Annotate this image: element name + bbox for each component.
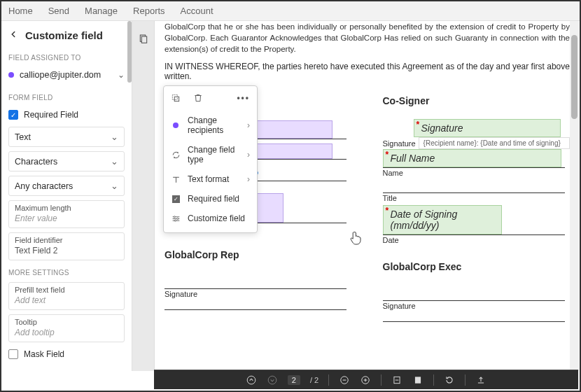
field-context-menu: ••• Change recipients › Change field typ… (163, 85, 258, 233)
fit-width-icon[interactable] (391, 374, 402, 386)
field-identifier-value: Text Field 2 (15, 246, 118, 255)
date-field-right[interactable]: * Date of Signing (mm/dd/yy) (383, 205, 502, 234)
upload-icon[interactable] (475, 374, 486, 386)
menu-customize-field[interactable]: Customize field (164, 209, 257, 228)
chevron-down-icon: ⌄ (111, 132, 118, 142)
zoom-out-icon[interactable] (339, 374, 350, 386)
section-assigned-to: FIELD ASSIGNED TO (8, 54, 125, 62)
name-label-right: Name (383, 169, 570, 177)
chevron-down-icon: ⌄ (111, 181, 118, 191)
bottom-toolbar: 2 / 2 (154, 370, 578, 389)
chevron-right-icon: › (247, 120, 250, 130)
sidebar-scrollbar[interactable] (127, 21, 132, 83)
nav-home[interactable]: Home (8, 6, 33, 16)
page-down-icon[interactable] (267, 374, 278, 386)
back-chevron-icon[interactable] (8, 29, 18, 41)
svg-point-7 (247, 376, 255, 384)
date-label-right: Date (383, 236, 570, 244)
exec-signature-label: Signature (383, 302, 570, 310)
max-length-input[interactable]: Maximum length Enter value (8, 200, 125, 228)
document-pane: GlobalCorp that he or she has been indiv… (155, 21, 580, 371)
menu-text-format[interactable]: Text format › (164, 169, 257, 189)
sidebar: Customize field FIELD ASSIGNED TO callio… (1, 21, 132, 371)
menu-required-field[interactable]: ✓ Required field (164, 189, 257, 209)
text-format-icon (171, 175, 181, 184)
menu-change-recipients[interactable]: Change recipients › (164, 111, 257, 140)
chevron-right-icon: › (247, 150, 250, 160)
sig-field-text-right: Signature (421, 122, 463, 134)
field-type-select[interactable]: Text ⌄ (8, 127, 125, 147)
required-field-checkbox[interactable]: ✓ Required Field (8, 107, 125, 122)
fit-page-icon[interactable] (412, 374, 424, 386)
prefill-text-input[interactable]: Prefill text field Add text (8, 282, 125, 310)
tooltip-label: Tooltip (15, 318, 118, 326)
doc-rail (132, 21, 155, 371)
menu-label: Customize field (188, 214, 250, 223)
recipient-dot-icon (171, 122, 181, 128)
max-length-label: Maximum length (15, 204, 118, 212)
menu-label: Change field type (188, 145, 240, 164)
svg-rect-1 (141, 36, 146, 43)
chevron-down-icon: ⌄ (111, 156, 118, 167)
nav-manage[interactable]: Manage (85, 6, 118, 16)
any-characters-value: Any characters (15, 181, 73, 191)
section-more-settings: MORE SETTINGS (8, 269, 125, 276)
svg-rect-3 (174, 97, 178, 101)
exec-header: GlobalCorp Exec (383, 261, 570, 272)
page-current[interactable]: 2 (288, 375, 300, 385)
assignee-dropdown[interactable]: calliope@jupiter.dom ⌄ (8, 67, 125, 90)
svg-rect-12 (415, 377, 421, 383)
signature-field-right[interactable]: * Signature (414, 119, 561, 137)
max-length-placeholder: Enter value (15, 214, 118, 223)
characters-value: Characters (15, 157, 57, 167)
mask-field-checkbox[interactable]: Mask Field (8, 346, 125, 362)
name-field-right[interactable]: * Full Name (383, 149, 561, 167)
doc-witness: IN WITNESS WHEREOF, the parties hereto h… (164, 62, 570, 81)
tooltip-placeholder: Add tooltip (15, 328, 118, 337)
tooltip-input[interactable]: Tooltip Add tooltip (8, 314, 125, 342)
prefill-label: Prefill text field (15, 286, 118, 294)
nav-account[interactable]: Account (181, 6, 214, 16)
chevron-down-icon: ⌄ (118, 70, 125, 80)
chevron-right-icon: › (247, 174, 250, 184)
doc-paragraph: GlobalCorp that he or she has been indiv… (164, 21, 570, 55)
top-nav: Home Send Manage Reports Account (1, 1, 580, 21)
checkbox-empty-icon (8, 349, 18, 359)
any-characters-select[interactable]: Any characters ⌄ (8, 176, 125, 196)
date-field-text-right: Date of Signing (mm/dd/yy) (391, 209, 458, 231)
title-label-right: Title (383, 194, 570, 202)
nav-reports[interactable]: Reports (133, 6, 165, 16)
sliders-icon (171, 214, 181, 223)
doc-scrollbar[interactable] (570, 21, 579, 371)
menu-label: Change recipients (188, 115, 240, 135)
svg-point-4 (174, 216, 175, 217)
rotate-icon[interactable] (444, 374, 455, 386)
nav-send[interactable]: Send (48, 6, 69, 16)
delete-icon[interactable] (193, 93, 203, 105)
menu-change-field-type[interactable]: Change field type › (164, 140, 257, 169)
section-form-field: FORM FIELD (8, 94, 125, 102)
recipient-dot-icon (8, 72, 14, 78)
svg-rect-2 (172, 94, 177, 99)
svg-point-6 (174, 220, 176, 221)
pages-icon[interactable] (138, 34, 149, 47)
sidebar-title: Customize field (25, 29, 103, 41)
more-icon[interactable]: ••• (237, 93, 250, 105)
page-total: / 2 (310, 376, 318, 384)
field-type-value: Text (15, 132, 31, 142)
rep-signature-label: Signature (164, 290, 352, 298)
copy-icon[interactable] (171, 93, 181, 105)
characters-select[interactable]: Characters ⌄ (8, 151, 125, 172)
rep-header: GlobalCorp Rep (164, 249, 352, 260)
field-identifier-input[interactable]: Field identifier Text Field 2 (8, 232, 125, 260)
zoom-in-icon[interactable] (360, 374, 371, 386)
svg-point-5 (176, 218, 178, 219)
signer-right-column: Co-Signer * Signature Signature {Recipie… (383, 95, 570, 322)
checkbox-checked-icon: ✓ (8, 110, 18, 120)
sig-label-right: Signature (383, 139, 416, 148)
assignee-name: calliope@jupiter.dom (20, 70, 112, 80)
page-up-icon[interactable] (246, 374, 257, 386)
prefill-placeholder: Add text (15, 295, 118, 305)
hand-cursor-icon (349, 230, 363, 248)
menu-label: Required field (188, 194, 250, 204)
